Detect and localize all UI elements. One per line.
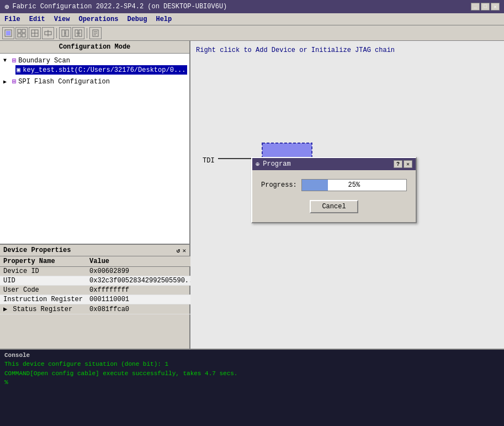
config-mode-header: Configuration Mode (0, 41, 189, 54)
expand-icon-spi[interactable]: ▶ (3, 78, 10, 85)
props-cell-name: Instruction Register (0, 295, 86, 304)
device-props-title: Device Properties (3, 246, 71, 254)
left-panel: Configuration Mode ▼ ⊞ Boundary Scan ▣ k… (0, 41, 190, 349)
console-lines: This device configure situation (done bi… (4, 360, 500, 387)
props-cell-value: 0x081ffca0 (86, 304, 200, 314)
props-cell-name: Device ID (0, 267, 86, 276)
file-item-label: key_test.sbit(C:/Users/32176/Desktop/0..… (23, 66, 185, 74)
dialog-title-buttons: ? ✕ (394, 160, 412, 168)
device-props-panel: Device Properties ↺ ✕ Property Name Valu… (0, 244, 189, 349)
menu-edit[interactable]: Edit (27, 15, 47, 24)
svg-rect-11 (62, 30, 65, 36)
toolbar (0, 25, 504, 41)
file-chip-icon: ▣ (17, 66, 20, 74)
col-header-name: Property Name (0, 256, 86, 267)
menu-debug[interactable]: Debug (125, 15, 149, 24)
title-bar-text: Fabric Configuration 2022.2-SP4.2 (on DE… (12, 3, 468, 10)
console-line: This device configure situation (done bi… (4, 360, 500, 369)
dialog-icon: ⊕ (256, 160, 259, 169)
dialog-help-button[interactable]: ? (394, 160, 402, 168)
maximize-button[interactable]: □ (481, 3, 490, 10)
toolbar-separator-1 (56, 28, 57, 38)
progress-bar-container: 25% (301, 179, 407, 191)
props-table: Property Name Value Device ID0x00602899U… (0, 256, 200, 314)
tree-view: ▼ ⊞ Boundary Scan ▣ key_test.sbit(C:/Use… (0, 54, 189, 244)
svg-rect-1 (6, 31, 10, 35)
boundary-scan-icon: ⊞ (12, 56, 16, 65)
minimize-button[interactable]: _ (471, 3, 480, 10)
close-button[interactable]: ✕ (491, 3, 500, 10)
tree-item-file[interactable]: ▣ key_test.sbit(C:/Users/32176/Desktop/0… (15, 65, 187, 75)
toolbar-btn-6[interactable] (72, 27, 84, 39)
hint-text: Right click to Add Device or Initialize … (196, 46, 395, 54)
spi-flash-icon: ⊞ (12, 77, 16, 86)
props-row: Device ID0x00602899 (0, 267, 200, 276)
svg-rect-3 (22, 29, 25, 33)
props-row: ▶ Status Register0x081ffca0 (0, 304, 200, 314)
dialog-title-bar: ⊕ Program ? ✕ (252, 158, 416, 170)
right-panel: Right click to Add Device or Initialize … (190, 41, 504, 349)
toolbar-separator-2 (87, 28, 87, 38)
console-panel: Console This device configure situation … (0, 349, 504, 426)
canvas-area[interactable]: Right click to Add Device or Initialize … (190, 41, 504, 349)
props-row: Instruction Register0001110001 (0, 295, 200, 304)
props-cell-value: 0001110001 (86, 295, 200, 304)
app-icon: ⊕ (4, 2, 9, 12)
props-cell-name: ▶ Status Register (0, 304, 86, 314)
svg-rect-4 (18, 34, 21, 37)
device-props-close-icon[interactable]: ✕ (182, 247, 186, 254)
console-header: Console (4, 352, 500, 359)
menu-view[interactable]: View (52, 15, 72, 24)
menu-bar: File Edit View Operations Debug Help (0, 13, 504, 25)
toolbar-btn-2[interactable] (15, 27, 28, 39)
title-bar-buttons: _ □ ✕ (471, 3, 500, 10)
console-line: % (4, 378, 500, 387)
props-cell-value: 0x00602899 (86, 267, 200, 276)
progress-label: Progress: (261, 181, 297, 189)
progress-text: 25% (302, 180, 406, 191)
tree-item-spi-flash[interactable]: ▶ ⊞ SPI Flash Configuration (2, 77, 187, 86)
toolbar-btn-7[interactable] (89, 27, 102, 39)
dialog-title: Program (263, 160, 390, 168)
menu-help[interactable]: Help (153, 15, 174, 24)
props-row: UID0x32c3f00528342992505590... (0, 276, 200, 286)
device-props-header-icons: ↺ ✕ (177, 247, 186, 254)
toolbar-btn-5[interactable] (59, 27, 71, 39)
props-cell-value: 0xffffffff (86, 286, 200, 295)
svg-rect-12 (66, 30, 68, 36)
toolbar-btn-4[interactable] (42, 27, 54, 39)
svg-rect-2 (18, 29, 21, 33)
cancel-button[interactable]: Cancel (310, 200, 358, 213)
main-layout: Configuration Mode ▼ ⊞ Boundary Scan ▣ k… (0, 41, 504, 349)
spi-flash-label: SPI Flash Configuration (18, 78, 110, 86)
progress-row: Progress: 25% (261, 179, 407, 191)
status-expand-icon[interactable]: ▶ (3, 305, 9, 313)
tree-sub-boundary: ▣ key_test.sbit(C:/Users/32176/Desktop/0… (2, 65, 187, 75)
program-dialog: ⊕ Program ? ✕ Progress: 25% (251, 157, 417, 223)
props-cell-name: User Code (0, 286, 86, 295)
config-mode-label: Configuration Mode (59, 43, 131, 51)
props-row: User Code0xffffffff (0, 286, 200, 295)
svg-rect-5 (22, 34, 25, 37)
refresh-icon[interactable]: ↺ (177, 247, 181, 254)
title-bar: ⊕ Fabric Configuration 2022.2-SP4.2 (on … (0, 0, 504, 13)
props-table-wrapper: Property Name Value Device ID0x00602899U… (0, 256, 189, 314)
toolbar-btn-3[interactable] (29, 27, 41, 39)
dialog-footer: Cancel (261, 200, 407, 213)
props-cell-value: 0x32c3f00528342992505590... (86, 276, 200, 286)
console-line: COMMAND[Open config cable] execute succe… (4, 369, 500, 378)
device-props-header: Device Properties ↺ ✕ (0, 245, 189, 256)
dialog-body: Progress: 25% Cancel (252, 170, 416, 222)
expand-icon-boundary[interactable]: ▼ (3, 57, 10, 64)
tdi-label: TDI (203, 157, 215, 165)
menu-file[interactable]: File (2, 15, 23, 24)
boundary-scan-label: Boundary Scan (18, 57, 70, 65)
col-header-value: Value (86, 256, 200, 267)
tree-item-boundary-scan[interactable]: ▼ ⊞ Boundary Scan (2, 56, 187, 65)
toolbar-btn-1[interactable] (2, 27, 14, 39)
props-cell-name: UID (0, 276, 86, 286)
menu-operations[interactable]: Operations (76, 15, 120, 24)
dialog-close-button[interactable]: ✕ (404, 160, 412, 168)
